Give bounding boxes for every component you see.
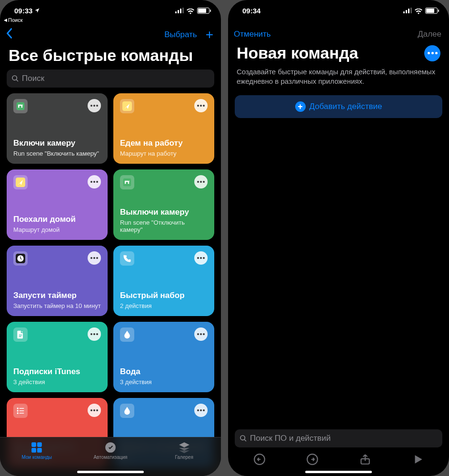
home-indicator[interactable] xyxy=(77,471,144,473)
svg-point-8 xyxy=(17,410,19,411)
card-subtitle: Маршрут домой xyxy=(13,226,101,233)
cancel-button[interactable]: Отменить xyxy=(234,30,271,39)
page-title: Все быстрые команды xyxy=(0,43,221,69)
svg-rect-4 xyxy=(123,178,131,187)
mi-icon xyxy=(13,99,28,113)
card-more-button[interactable] xyxy=(194,327,208,341)
redo-button[interactable] xyxy=(306,453,319,466)
location-icon xyxy=(34,7,40,15)
card-more-button[interactable] xyxy=(194,175,208,188)
drop-icon xyxy=(120,404,134,418)
svg-point-18 xyxy=(240,436,245,440)
select-button[interactable]: Выбрать xyxy=(164,30,197,40)
phone-icon xyxy=(120,251,134,266)
tab-automation[interactable]: Автоматизация xyxy=(74,441,147,460)
shortcut-card[interactable]: Выключи камеру Run scene "Отключить каме… xyxy=(113,169,214,240)
svg-rect-13 xyxy=(31,442,36,447)
status-time: 09:34 xyxy=(242,7,260,15)
doc-icon xyxy=(13,327,28,342)
breadcrumb-back-app[interactable]: Поиск xyxy=(4,17,22,23)
card-more-button[interactable] xyxy=(88,99,101,112)
tab-bar: Мои команды Автоматизация Галерея xyxy=(0,437,221,476)
shortcut-card[interactable]: Поехали домой Маршрут домой xyxy=(7,169,108,240)
card-title: Запусти таймер xyxy=(13,291,101,300)
editor-toolbar xyxy=(228,453,449,469)
card-subtitle: 3 действия xyxy=(120,378,208,386)
card-title: Быстрый набор xyxy=(120,291,208,300)
phone-left: 09:33 Поиск Выбрать + Все быстрые команд… xyxy=(0,0,221,476)
svg-point-9 xyxy=(17,412,19,414)
card-more-button[interactable] xyxy=(194,251,208,265)
ellipsis-icon xyxy=(197,409,205,411)
next-button[interactable]: Далее xyxy=(418,30,441,39)
search-actions-input[interactable]: Поиск ПО и действий xyxy=(235,429,442,447)
play-button[interactable] xyxy=(412,453,424,466)
svg-rect-11 xyxy=(20,410,24,411)
search-input[interactable]: Поиск xyxy=(7,69,214,88)
search-placeholder: Поиск xyxy=(22,74,44,83)
shortcut-card[interactable]: Запусти таймер Запустить таймер на 10 ми… xyxy=(7,246,108,316)
shortcut-card[interactable]: Подписки iTunes 3 действия xyxy=(7,322,108,392)
shortcut-card[interactable]: Вода 3 действия xyxy=(113,322,214,392)
grid-icon xyxy=(30,441,43,454)
ellipsis-icon xyxy=(90,333,98,335)
card-more-button[interactable] xyxy=(88,404,101,417)
more-options-button[interactable] xyxy=(424,45,440,61)
card-more-button[interactable] xyxy=(88,251,101,265)
svg-rect-14 xyxy=(37,442,42,447)
card-title: Подписки iTunes xyxy=(13,367,101,377)
battery-icon xyxy=(197,8,210,14)
battery-icon xyxy=(425,8,438,14)
status-bar: 09:34 xyxy=(228,0,449,21)
share-button[interactable] xyxy=(359,453,371,466)
undo-button[interactable] xyxy=(253,453,266,466)
home-indicator[interactable] xyxy=(305,471,372,473)
svg-rect-15 xyxy=(31,448,36,453)
stack-icon xyxy=(178,441,190,454)
card-title: Выключи камеру xyxy=(120,208,208,217)
svg-point-0 xyxy=(12,76,17,80)
card-more-button[interactable] xyxy=(88,327,101,341)
dual-sim-icon xyxy=(175,8,184,13)
add-action-button[interactable]: + Добавить действие xyxy=(235,95,442,118)
svg-point-7 xyxy=(17,407,19,409)
shortcut-card[interactable]: Едем на работу Маршрут на работу xyxy=(113,93,214,164)
svg-rect-10 xyxy=(20,408,24,409)
drop-icon xyxy=(120,327,134,342)
tab-gallery[interactable]: Галерея xyxy=(148,441,220,460)
plus-circle-icon: + xyxy=(295,101,306,112)
shortcut-card[interactable]: Включи камеру Run scene "Включить камеру… xyxy=(7,93,108,164)
ellipsis-icon xyxy=(90,105,98,107)
search-icon xyxy=(11,75,19,82)
status-right xyxy=(403,8,438,14)
back-button[interactable] xyxy=(6,28,12,41)
shortcut-grid: Включи камеру Run scene "Включить камеру… xyxy=(0,93,221,468)
shortcut-card[interactable]: Быстрый набор 2 действия xyxy=(113,246,214,316)
mi-icon xyxy=(120,175,134,189)
search-placeholder: Поиск ПО и действий xyxy=(250,434,330,443)
status-right xyxy=(175,8,210,14)
ellipsis-icon xyxy=(90,181,98,183)
card-subtitle: 3 действия xyxy=(13,378,101,386)
card-more-button[interactable] xyxy=(194,99,208,112)
nav-icon xyxy=(120,99,134,113)
ellipsis-icon xyxy=(197,333,205,335)
card-more-button[interactable] xyxy=(194,404,208,417)
card-more-button[interactable] xyxy=(88,175,101,188)
tab-my-shortcuts[interactable]: Мои команды xyxy=(0,441,73,460)
card-subtitle: Запустить таймер на 10 минут xyxy=(13,302,101,309)
dual-sim-icon xyxy=(403,8,412,13)
ellipsis-icon xyxy=(90,409,98,411)
card-title: Едем на работу xyxy=(120,139,208,148)
wifi-icon xyxy=(415,8,422,13)
status-time: 09:33 xyxy=(14,7,32,15)
ellipsis-icon xyxy=(90,257,98,259)
card-subtitle: 2 действия xyxy=(120,302,208,309)
clock-check-icon xyxy=(104,441,117,454)
card-subtitle: Маршрут на работу xyxy=(120,150,208,157)
add-button[interactable]: + xyxy=(206,28,213,41)
ellipsis-icon xyxy=(197,105,205,107)
card-title: Включи камеру xyxy=(13,139,101,148)
nav-bar: Выбрать + xyxy=(0,21,221,43)
page-subtitle: Создавайте быстрые команды для действий,… xyxy=(228,67,449,95)
